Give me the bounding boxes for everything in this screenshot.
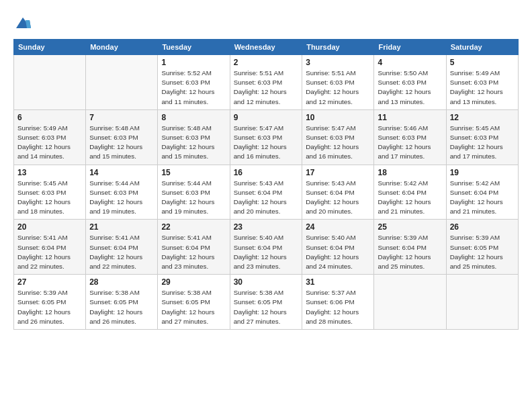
- calendar-day-cell: 17Sunrise: 5:43 AM Sunset: 6:04 PM Dayli…: [302, 165, 374, 220]
- day-number: 26: [450, 222, 515, 232]
- calendar-day-cell: 11Sunrise: 5:46 AM Sunset: 6:03 PM Dayli…: [374, 109, 446, 165]
- day-number: 17: [306, 168, 370, 177]
- day-info: Sunrise: 5:42 AM Sunset: 6:04 PM Dayligh…: [450, 179, 515, 217]
- calendar-day-cell: [14, 55, 86, 110]
- calendar-day-cell: 29Sunrise: 5:38 AM Sunset: 6:05 PM Dayli…: [158, 275, 230, 330]
- day-info: Sunrise: 5:39 AM Sunset: 6:05 PM Dayligh…: [450, 233, 515, 271]
- day-info: Sunrise: 5:43 AM Sunset: 6:04 PM Dayligh…: [306, 179, 370, 217]
- calendar-day-cell: 5Sunrise: 5:49 AM Sunset: 6:03 PM Daylig…: [446, 55, 518, 110]
- calendar-day-cell: 3Sunrise: 5:51 AM Sunset: 6:03 PM Daylig…: [302, 55, 374, 110]
- day-number: 2: [234, 58, 299, 67]
- day-number: 19: [450, 168, 515, 177]
- day-info: Sunrise: 5:48 AM Sunset: 6:03 PM Dayligh…: [161, 124, 226, 162]
- calendar-day-cell: 31Sunrise: 5:37 AM Sunset: 6:06 PM Dayli…: [302, 275, 374, 330]
- day-number: 20: [17, 222, 82, 232]
- day-info: Sunrise: 5:41 AM Sunset: 6:04 PM Dayligh…: [17, 233, 82, 271]
- day-number: 12: [450, 113, 515, 122]
- day-number: 29: [161, 277, 226, 287]
- logo-icon: [13, 13, 32, 32]
- calendar-week-row: 20Sunrise: 5:41 AM Sunset: 6:04 PM Dayli…: [14, 220, 519, 275]
- calendar-day-cell: [86, 55, 158, 110]
- weekday-header: Monday: [86, 40, 158, 55]
- day-number: 23: [234, 222, 299, 232]
- header: [13, 11, 519, 32]
- weekday-header: Friday: [374, 40, 446, 55]
- day-number: 9: [234, 113, 299, 122]
- calendar-day-cell: 12Sunrise: 5:45 AM Sunset: 6:03 PM Dayli…: [446, 109, 518, 165]
- calendar-day-cell: 23Sunrise: 5:40 AM Sunset: 6:04 PM Dayli…: [230, 220, 302, 275]
- calendar-day-cell: 22Sunrise: 5:41 AM Sunset: 6:04 PM Dayli…: [158, 220, 230, 275]
- calendar-table: SundayMondayTuesdayWednesdayThursdayFrid…: [13, 39, 519, 330]
- calendar-day-cell: 2Sunrise: 5:51 AM Sunset: 6:03 PM Daylig…: [230, 55, 302, 110]
- day-info: Sunrise: 5:39 AM Sunset: 6:04 PM Dayligh…: [378, 233, 442, 271]
- day-number: 11: [378, 113, 442, 122]
- day-info: Sunrise: 5:38 AM Sunset: 6:05 PM Dayligh…: [161, 288, 226, 326]
- day-info: Sunrise: 5:47 AM Sunset: 6:03 PM Dayligh…: [234, 124, 299, 162]
- day-number: 30: [234, 277, 299, 287]
- day-number: 24: [306, 222, 370, 232]
- day-info: Sunrise: 5:44 AM Sunset: 6:03 PM Dayligh…: [161, 179, 226, 217]
- day-info: Sunrise: 5:39 AM Sunset: 6:05 PM Dayligh…: [17, 288, 82, 326]
- weekday-header: Wednesday: [230, 40, 302, 55]
- calendar-day-cell: 10Sunrise: 5:47 AM Sunset: 6:03 PM Dayli…: [302, 109, 374, 165]
- day-number: 15: [161, 168, 226, 177]
- weekday-header: Saturday: [446, 40, 518, 55]
- calendar-day-cell: 8Sunrise: 5:48 AM Sunset: 6:03 PM Daylig…: [158, 109, 230, 165]
- calendar-day-cell: 26Sunrise: 5:39 AM Sunset: 6:05 PM Dayli…: [446, 220, 518, 275]
- day-info: Sunrise: 5:43 AM Sunset: 6:04 PM Dayligh…: [234, 179, 299, 217]
- calendar-day-cell: 13Sunrise: 5:45 AM Sunset: 6:03 PM Dayli…: [14, 165, 86, 220]
- day-number: 14: [89, 168, 154, 177]
- day-number: 22: [161, 222, 226, 232]
- calendar-week-row: 6Sunrise: 5:49 AM Sunset: 6:03 PM Daylig…: [14, 109, 519, 165]
- day-info: Sunrise: 5:48 AM Sunset: 6:03 PM Dayligh…: [89, 124, 154, 162]
- logo: [13, 13, 35, 32]
- day-info: Sunrise: 5:50 AM Sunset: 6:03 PM Dayligh…: [378, 68, 442, 107]
- calendar-day-cell: 1Sunrise: 5:52 AM Sunset: 6:03 PM Daylig…: [158, 55, 230, 110]
- calendar-day-cell: 4Sunrise: 5:50 AM Sunset: 6:03 PM Daylig…: [374, 55, 446, 110]
- weekday-header: Tuesday: [158, 40, 230, 55]
- weekday-header: Thursday: [302, 40, 374, 55]
- day-number: 10: [306, 113, 370, 122]
- calendar-week-row: 1Sunrise: 5:52 AM Sunset: 6:03 PM Daylig…: [14, 55, 519, 110]
- calendar-day-cell: 19Sunrise: 5:42 AM Sunset: 6:04 PM Dayli…: [446, 165, 518, 220]
- day-info: Sunrise: 5:40 AM Sunset: 6:04 PM Dayligh…: [234, 233, 299, 271]
- calendar-day-cell: 6Sunrise: 5:49 AM Sunset: 6:03 PM Daylig…: [14, 109, 86, 165]
- day-number: 7: [89, 113, 154, 122]
- calendar-day-cell: 28Sunrise: 5:38 AM Sunset: 6:05 PM Dayli…: [86, 275, 158, 330]
- weekday-header: Sunday: [14, 40, 86, 55]
- day-info: Sunrise: 5:49 AM Sunset: 6:03 PM Dayligh…: [450, 68, 515, 107]
- day-number: 4: [378, 58, 442, 67]
- day-info: Sunrise: 5:42 AM Sunset: 6:04 PM Dayligh…: [378, 179, 442, 217]
- day-number: 6: [17, 113, 82, 122]
- calendar-day-cell: 20Sunrise: 5:41 AM Sunset: 6:04 PM Dayli…: [14, 220, 86, 275]
- day-info: Sunrise: 5:52 AM Sunset: 6:03 PM Dayligh…: [161, 68, 226, 107]
- page: SundayMondayTuesdayWednesdayThursdayFrid…: [0, 0, 532, 411]
- calendar-day-cell: 7Sunrise: 5:48 AM Sunset: 6:03 PM Daylig…: [86, 109, 158, 165]
- day-number: 28: [89, 277, 154, 287]
- day-number: 21: [89, 222, 154, 232]
- calendar-day-cell: 21Sunrise: 5:41 AM Sunset: 6:04 PM Dayli…: [86, 220, 158, 275]
- day-number: 18: [378, 168, 442, 177]
- calendar-day-cell: [446, 275, 518, 330]
- day-number: 27: [17, 277, 82, 287]
- calendar-day-cell: 27Sunrise: 5:39 AM Sunset: 6:05 PM Dayli…: [14, 275, 86, 330]
- day-info: Sunrise: 5:45 AM Sunset: 6:03 PM Dayligh…: [450, 124, 515, 162]
- day-number: 25: [378, 222, 442, 232]
- calendar-day-cell: 18Sunrise: 5:42 AM Sunset: 6:04 PM Dayli…: [374, 165, 446, 220]
- calendar-day-cell: 16Sunrise: 5:43 AM Sunset: 6:04 PM Dayli…: [230, 165, 302, 220]
- day-info: Sunrise: 5:41 AM Sunset: 6:04 PM Dayligh…: [161, 233, 226, 271]
- calendar-week-row: 13Sunrise: 5:45 AM Sunset: 6:03 PM Dayli…: [14, 165, 519, 220]
- calendar-day-cell: [374, 275, 446, 330]
- day-info: Sunrise: 5:41 AM Sunset: 6:04 PM Dayligh…: [89, 233, 154, 271]
- day-info: Sunrise: 5:44 AM Sunset: 6:03 PM Dayligh…: [89, 179, 154, 217]
- day-info: Sunrise: 5:47 AM Sunset: 6:03 PM Dayligh…: [306, 124, 370, 162]
- day-info: Sunrise: 5:37 AM Sunset: 6:06 PM Dayligh…: [306, 288, 370, 326]
- calendar-day-cell: 25Sunrise: 5:39 AM Sunset: 6:04 PM Dayli…: [374, 220, 446, 275]
- calendar-day-cell: 9Sunrise: 5:47 AM Sunset: 6:03 PM Daylig…: [230, 109, 302, 165]
- calendar-day-cell: 14Sunrise: 5:44 AM Sunset: 6:03 PM Dayli…: [86, 165, 158, 220]
- calendar-day-cell: 15Sunrise: 5:44 AM Sunset: 6:03 PM Dayli…: [158, 165, 230, 220]
- day-number: 1: [161, 58, 226, 67]
- day-number: 3: [306, 58, 370, 67]
- day-info: Sunrise: 5:46 AM Sunset: 6:03 PM Dayligh…: [378, 124, 442, 162]
- calendar-day-cell: 24Sunrise: 5:40 AM Sunset: 6:04 PM Dayli…: [302, 220, 374, 275]
